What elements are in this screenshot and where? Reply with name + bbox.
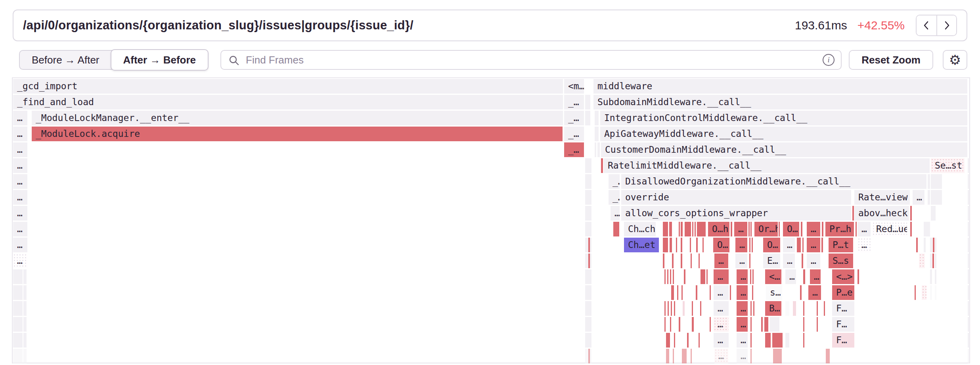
flame-frame-sliver[interactable]	[968, 206, 970, 221]
flame-frame-sliver[interactable]	[692, 222, 693, 236]
flame-frame[interactable]: …	[714, 301, 729, 316]
flame-frame-sliver[interactable]	[968, 158, 970, 173]
flame-frame-sliver[interactable]	[826, 349, 830, 363]
flame-frame-sliver[interactable]	[924, 222, 930, 236]
flame-frame-sliver[interactable]	[13, 349, 23, 363]
flame-frame-sliver[interactable]	[968, 174, 970, 189]
flame-frame-sliver[interactable]	[822, 222, 823, 236]
flame-frame-sliver[interactable]	[750, 349, 752, 363]
flame-frame[interactable]: …	[858, 238, 871, 252]
flame-frame[interactable]: _…	[564, 142, 584, 157]
flame-frame[interactable]: …	[810, 269, 821, 284]
flame-frame-sliver[interactable]	[935, 269, 936, 284]
flame-frame-sliver[interactable]	[23, 333, 27, 348]
flame-frame[interactable]: …	[737, 301, 748, 316]
flame-frame-sliver[interactable]	[674, 301, 675, 316]
flame-frame[interactable]: …	[13, 158, 27, 173]
flame-frame-sliver[interactable]	[685, 222, 691, 236]
flame-frame-sliver[interactable]	[765, 333, 771, 348]
flame-frame-sliver[interactable]	[674, 333, 675, 348]
previous-button[interactable]	[917, 15, 936, 35]
flame-frame-sliver[interactable]	[671, 285, 674, 300]
flame-frame-sliver[interactable]	[968, 333, 970, 348]
flame-frame-sliver[interactable]	[770, 317, 779, 332]
flame-frame-sliver[interactable]	[968, 222, 970, 236]
flame-frame-sliver[interactable]	[785, 301, 789, 316]
flame-frame[interactable]: Or…h	[754, 222, 778, 236]
flame-frame[interactable]: O…	[783, 222, 799, 236]
flame-frame-sliver[interactable]	[935, 285, 936, 300]
flame-frame-sliver[interactable]	[968, 254, 970, 268]
flame-frame-sliver[interactable]	[668, 301, 669, 316]
flame-frame[interactable]: Rate…view	[854, 190, 910, 205]
flame-frame[interactable]: …	[737, 333, 748, 348]
flame-frame[interactable]: S…s	[829, 254, 853, 268]
flame-frame-sliver[interactable]	[585, 190, 591, 205]
flame-frame-sliver[interactable]	[690, 238, 691, 252]
flame-frame-sliver[interactable]	[696, 285, 697, 300]
flame-frame-sliver[interactable]	[699, 333, 700, 348]
flame-frame[interactable]: …	[807, 254, 820, 268]
flame-frame[interactable]: …	[714, 285, 729, 300]
flame-frame-sliver[interactable]	[910, 206, 912, 221]
flame-frame-sliver[interactable]	[672, 254, 674, 268]
flame-frame-sliver[interactable]	[856, 222, 857, 236]
flame-frame-sliver[interactable]	[803, 301, 804, 316]
flame-frame-sliver[interactable]	[748, 222, 750, 236]
flame-frame-sliver[interactable]	[750, 222, 752, 236]
flame-frame-sliver[interactable]	[666, 349, 669, 363]
flame-frame[interactable]: …	[714, 349, 728, 363]
flame-frame-sliver[interactable]	[691, 349, 692, 363]
flame-frame-sliver[interactable]	[666, 333, 670, 348]
flame-frame[interactable]: Red…ue	[872, 222, 907, 236]
flame-frame-sliver[interactable]	[752, 269, 754, 284]
flame-frame[interactable]: …	[735, 254, 747, 268]
flame-frame[interactable]: …	[13, 190, 27, 205]
flame-frame-sliver[interactable]	[749, 238, 750, 252]
flame-frame-sliver[interactable]	[933, 238, 934, 252]
flame-frame[interactable]: E…	[763, 254, 780, 268]
flame-frame-sliver[interactable]	[585, 111, 590, 125]
flame-frame-sliver[interactable]	[793, 301, 796, 316]
flame-frame-sliver[interactable]	[696, 238, 698, 252]
flame-frame[interactable]: _…	[564, 111, 584, 125]
flame-frame[interactable]: Pr…h	[825, 222, 854, 236]
flame-frame[interactable]: Se…st	[931, 158, 965, 173]
flame-frame-sliver[interactable]	[23, 317, 27, 332]
flame-frame-sliver[interactable]	[663, 222, 668, 236]
flame-frame-sliver[interactable]	[585, 333, 591, 348]
flame-frame-sliver[interactable]	[910, 222, 912, 236]
flame-frame[interactable]: …	[13, 174, 27, 189]
flame-frame[interactable]: _find_and_load	[13, 95, 563, 110]
flame-frame[interactable]: …	[785, 269, 796, 284]
flame-frame-sliver[interactable]	[968, 301, 970, 316]
flame-frame-sliver[interactable]	[664, 269, 666, 284]
flame-frame-sliver[interactable]	[817, 317, 818, 332]
flame-frame-sliver[interactable]	[669, 222, 672, 236]
flame-frame[interactable]: …	[13, 238, 27, 252]
flame-frame[interactable]: P…e	[832, 285, 854, 300]
flame-frame-sliver[interactable]	[924, 238, 926, 252]
flame-frame-sliver[interactable]	[691, 254, 692, 268]
flame-frame[interactable]: allow_cors_options_wrapper	[621, 206, 851, 221]
flame-frame-sliver[interactable]	[667, 269, 668, 284]
flame-frame-sliver[interactable]	[731, 222, 732, 236]
flame-frame-sliver[interactable]	[824, 301, 825, 316]
flame-frame-sliver[interactable]	[13, 333, 23, 348]
flame-frame[interactable]: _ModuleLock.acquire	[32, 127, 563, 141]
flame-frame[interactable]: …	[13, 254, 27, 268]
flame-frame[interactable]: <…>	[832, 269, 854, 284]
flame-frame[interactable]: _…	[609, 174, 620, 189]
flame-frame-sliver[interactable]	[803, 333, 804, 348]
flame-frame-sliver[interactable]	[773, 349, 782, 363]
flame-frame-sliver[interactable]	[585, 95, 590, 110]
flame-frame-sliver[interactable]	[23, 285, 27, 300]
flame-frame-sliver[interactable]	[13, 317, 23, 332]
flame-frame-sliver[interactable]	[673, 349, 674, 363]
flame-frame-sliver[interactable]	[753, 301, 754, 316]
flame-frame[interactable]: F…	[832, 317, 854, 332]
flame-frame[interactable]: s…	[766, 285, 782, 300]
flame-frame-sliver[interactable]	[701, 269, 705, 284]
flame-frame[interactable]: _…	[564, 95, 584, 110]
flame-frame[interactable]: …	[13, 222, 27, 236]
